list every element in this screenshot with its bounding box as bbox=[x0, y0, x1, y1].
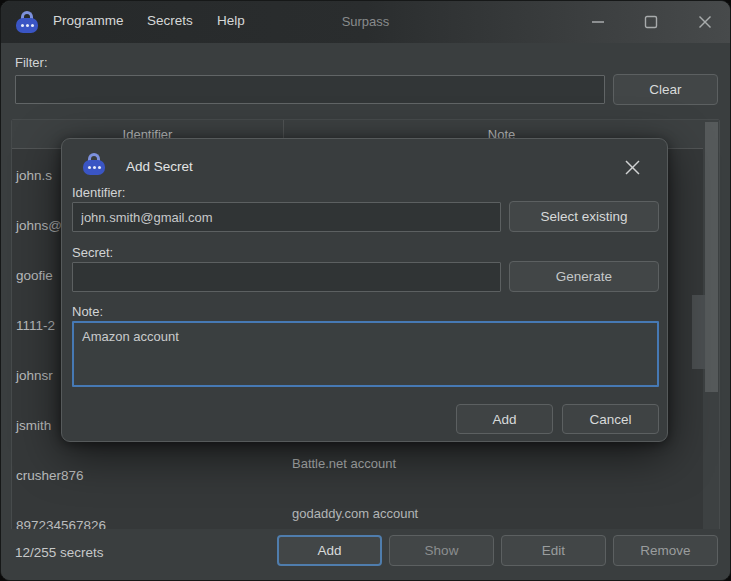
dialog-lock-icon bbox=[82, 152, 106, 176]
statusbar: 12/255 secrets Add Show Edit Remove bbox=[1, 529, 730, 580]
secret-input[interactable] bbox=[72, 262, 501, 292]
dialog-add-button[interactable]: Add bbox=[456, 404, 553, 434]
secret-label: Secret: bbox=[72, 245, 113, 260]
note-textarea[interactable]: Amazon account bbox=[72, 321, 659, 387]
table-scrollbar[interactable] bbox=[703, 120, 719, 530]
scrollbar-thumb-wide[interactable] bbox=[692, 295, 705, 369]
titlebar[interactable]: Programme Secrets Help Surpass bbox=[1, 1, 730, 43]
select-existing-button[interactable]: Select existing bbox=[509, 201, 659, 232]
remove-button[interactable]: Remove bbox=[613, 535, 718, 566]
note-label: Note: bbox=[72, 304, 103, 319]
generate-button[interactable]: Generate bbox=[509, 261, 659, 292]
clear-button[interactable]: Clear bbox=[613, 74, 718, 105]
add-secret-dialog: Add Secret Identifier: Select existing S… bbox=[61, 138, 668, 442]
edit-button[interactable]: Edit bbox=[501, 535, 606, 566]
row-identifier: 897234567826 bbox=[16, 500, 106, 530]
table-row[interactable]: crusher876Battle.net account bbox=[12, 450, 703, 500]
row-identifier: johnsr bbox=[16, 350, 53, 400]
row-note: Battle.net account bbox=[292, 456, 396, 471]
row-identifier: crusher876 bbox=[16, 450, 84, 500]
row-identifier: goofie bbox=[16, 250, 53, 300]
scrollbar-thumb[interactable] bbox=[705, 122, 718, 392]
dialog-close-icon[interactable] bbox=[624, 159, 641, 176]
secret-count: 12/255 secrets bbox=[15, 545, 104, 560]
identifier-label: Identifier: bbox=[72, 185, 125, 200]
close-icon[interactable] bbox=[698, 15, 712, 29]
row-note: godaddy.com account bbox=[292, 506, 418, 521]
window-title: Surpass bbox=[1, 14, 730, 29]
maximize-icon[interactable] bbox=[644, 15, 658, 29]
add-button[interactable]: Add bbox=[277, 535, 382, 566]
dialog-title: Add Secret bbox=[126, 159, 193, 174]
table-row[interactable]: 897234567826godaddy.com account bbox=[12, 500, 703, 530]
surpass-window: Programme Secrets Help Surpass Filter: C… bbox=[0, 0, 731, 581]
show-button[interactable]: Show bbox=[389, 535, 494, 566]
filter-label: Filter: bbox=[15, 55, 48, 70]
identifier-input[interactable] bbox=[72, 202, 501, 232]
row-identifier: jsmith bbox=[16, 400, 51, 450]
row-identifier: 1111-2 bbox=[16, 300, 55, 350]
row-identifier: johns@ bbox=[16, 200, 62, 250]
filter-input[interactable] bbox=[15, 75, 605, 104]
row-identifier: john.s bbox=[16, 150, 52, 200]
dialog-cancel-button[interactable]: Cancel bbox=[562, 404, 659, 434]
minimize-icon[interactable] bbox=[591, 15, 605, 29]
